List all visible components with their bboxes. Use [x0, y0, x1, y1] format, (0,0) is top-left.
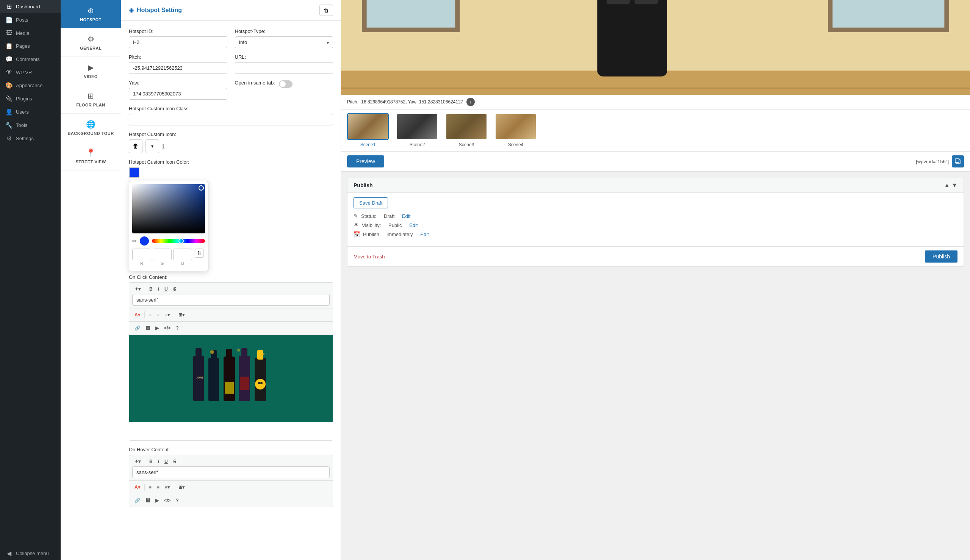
sidebar-item-collapse[interactable]: ◀ Collapse menu [0, 547, 61, 560]
hover-toolbar-magic-btn[interactable]: ✦▾ [132, 457, 143, 466]
toolbar-code-btn[interactable]: </> [162, 324, 173, 332]
general-icon: ⚙ [88, 35, 94, 43]
toolbar-table-btn[interactable]: ⊞▾ [176, 311, 187, 319]
hover-toolbar-table-btn[interactable]: ⊞▾ [176, 483, 187, 492]
on-hover-editor-toolbar-1: ✦▾ B I U S̶ sans-serif serif [129, 455, 333, 480]
sidebar-item-plugins[interactable]: 🔌 Plugins [0, 92, 61, 105]
sidebar-item-posts[interactable]: 📄 Posts [0, 13, 61, 27]
hover-toolbar-ul-btn[interactable]: ≡ [147, 483, 154, 492]
rgb-g-input[interactable]: 57 [153, 248, 172, 260]
scene-tab-4[interactable]: Scene4 [495, 113, 537, 147]
toolbar-font-select[interactable]: sans-serif serif monospace [132, 294, 330, 306]
hover-toolbar-media-btn[interactable]: ▶ [153, 497, 161, 505]
on-click-editor-body[interactable]: JONS [129, 335, 333, 441]
custom-icon-class-input[interactable] [129, 114, 333, 125]
hover-toolbar-image-btn[interactable]: 🖼 [143, 497, 152, 505]
hover-toolbar-ol-btn[interactable]: ≡ [155, 483, 162, 492]
visibility-edit-link[interactable]: Edit [409, 222, 418, 228]
sidebar-item-wpvr[interactable]: 👁 WP VR [0, 66, 61, 79]
visibility-value: Public [388, 222, 402, 228]
preview-button[interactable]: Preview [347, 155, 384, 167]
scene-tab-3[interactable]: Scene3 [446, 113, 487, 147]
color-gradient[interactable] [132, 184, 205, 233]
open-same-tab-toggle[interactable] [279, 80, 293, 88]
toolbar-color-btn[interactable]: A▾ [132, 311, 142, 319]
rgb-b-input[interactable]: 239 [173, 248, 192, 260]
toolbar-bold-btn[interactable]: B [147, 285, 155, 293]
on-click-editor-toolbar-1: ✦▾ B I U S̶ sans-serif serif monospace [129, 282, 333, 308]
yaw-input[interactable] [129, 88, 227, 100]
shortcode-text: [wpvr id="156"] [916, 159, 949, 165]
panel-item-floorplan[interactable]: ⊞ FLOOR PLAN [61, 85, 121, 114]
scene-tab-2[interactable]: Scene2 [396, 113, 438, 147]
hover-toolbar-font-select[interactable]: sans-serif serif [132, 467, 330, 478]
copy-shortcode-button[interactable] [952, 155, 964, 167]
panel-item-street-view[interactable]: 📍 STREET VIEW [61, 142, 121, 170]
svg-rect-34 [955, 159, 959, 163]
move-to-trash-link[interactable]: Move to Trash [353, 254, 385, 260]
toolbar-ol-btn[interactable]: ≡ [155, 311, 162, 319]
hover-toolbar-color-btn[interactable]: A▾ [132, 483, 142, 492]
toolbar-link-btn[interactable]: 🔗 [132, 324, 142, 332]
rgb-mode-btn[interactable]: ⇅ [195, 248, 204, 258]
rgb-r-input[interactable]: 11 [132, 248, 151, 260]
status-edit-link[interactable]: Edit [402, 213, 410, 219]
toolbar-sep-3 [144, 312, 145, 318]
custom-icon-delete-btn[interactable]: 🗑 [129, 140, 142, 153]
toolbar-underline-btn[interactable]: U [162, 285, 170, 293]
pitch-input[interactable] [129, 62, 227, 74]
delete-hotspot-button[interactable]: 🗑 [319, 5, 333, 16]
sidebar-label-dashboard: Dashboard [16, 4, 40, 10]
hotspot-type-select[interactable]: Info Link Custom [235, 37, 333, 48]
sidebar-item-tools[interactable]: 🔧 Tools [0, 118, 61, 132]
hover-toolbar-align-btn[interactable]: ≡▾ [163, 483, 172, 492]
toolbar-strikethrough-btn[interactable]: S̶ [171, 285, 179, 293]
publish-collapse-down-btn[interactable]: ▼ [952, 182, 957, 189]
publish-button[interactable]: Publish [925, 250, 957, 263]
panel-item-background-tour[interactable]: 🌐 BACKGROUND TOUR [61, 114, 121, 142]
panel-item-general[interactable]: ⚙ GENERAL [61, 28, 121, 57]
hover-toolbar-code-btn[interactable]: </> [162, 497, 173, 505]
toolbar-help-btn[interactable]: ? [173, 324, 181, 332]
toolbar-italic-btn[interactable]: I [156, 285, 162, 293]
custom-icon-dropdown-btn[interactable]: ▾ [145, 140, 159, 153]
toolbar-ul-btn[interactable]: ≡ [147, 311, 154, 319]
sidebar-item-media[interactable]: 🖼 Media [0, 27, 61, 39]
room-scene-svg [341, 0, 970, 95]
sidebar-item-users[interactable]: 👤 Users [0, 105, 61, 118]
svg-point-16 [210, 350, 214, 354]
settings-header: ⊕ Hotspot Setting 🗑 [121, 0, 341, 21]
hover-toolbar-link-btn[interactable]: 🔗 [132, 497, 142, 505]
sidebar-item-pages[interactable]: 📋 Pages [0, 39, 61, 53]
toolbar-magic-btn[interactable]: ✦▾ [132, 285, 143, 293]
toolbar-media-btn[interactable]: ▶ [153, 324, 161, 332]
publish-controls: ▲ ▼ [944, 182, 957, 189]
hover-toolbar-help-btn[interactable]: ? [173, 497, 181, 505]
sidebar-item-comments[interactable]: 💬 Comments [0, 53, 61, 66]
scene4-bg [496, 114, 536, 139]
hover-toolbar-bold-btn[interactable]: B [147, 457, 155, 466]
rgb-g-label: G [161, 261, 164, 266]
url-input[interactable] [235, 62, 333, 74]
color-swatch[interactable] [129, 167, 140, 178]
hover-toolbar-sep-4 [174, 484, 174, 491]
scene-tab-1[interactable]: Scene1 [347, 113, 389, 147]
panel-item-hotspot[interactable]: ⊕ HOTSPOT [61, 0, 121, 28]
open-same-tab-group: Open in same tab: [235, 80, 333, 100]
background-tour-icon: 🌐 [86, 120, 95, 129]
toolbar-image-btn[interactable]: 🖼 [143, 324, 152, 332]
panel-item-video[interactable]: ▶ VIDEO [61, 57, 121, 85]
hover-toolbar-strikethrough-btn[interactable]: S̶ [171, 457, 179, 466]
publish-time-edit-link[interactable]: Edit [420, 232, 428, 237]
sidebar-item-dashboard[interactable]: ⊞ Dashboard [0, 0, 61, 13]
hover-toolbar-italic-btn[interactable]: I [156, 457, 162, 466]
save-draft-button[interactable]: Save Draft [353, 197, 388, 208]
publish-collapse-up-btn[interactable]: ▲ [944, 182, 950, 189]
rainbow-slider[interactable] [152, 239, 205, 243]
hotspot-id-input[interactable] [129, 37, 227, 48]
hover-toolbar-underline-btn[interactable]: U [162, 457, 170, 466]
download-icon[interactable]: ↓ [467, 98, 475, 106]
toolbar-align-btn[interactable]: ≡▾ [163, 311, 172, 319]
sidebar-item-settings[interactable]: ⚙ Settings [0, 132, 61, 145]
sidebar-item-appearance[interactable]: 🎨 Appearance [0, 79, 61, 92]
